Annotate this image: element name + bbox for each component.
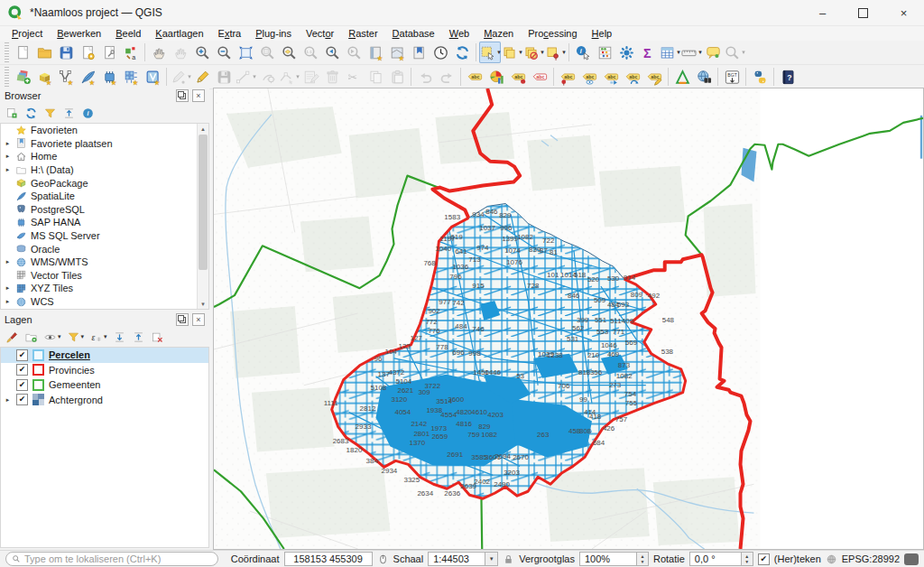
scroll-down-icon[interactable]: ▼: [198, 299, 208, 309]
pan-map-to-selection-button[interactable]: [170, 42, 191, 63]
map-tips-button[interactable]: [702, 42, 724, 63]
pinned-labels-highlight-button[interactable]: abc: [507, 66, 529, 88]
browser-close-button[interactable]: ×: [192, 89, 205, 102]
current-edits-button[interactable]: ▾: [170, 66, 191, 88]
select-features-by-value-button[interactable]: ▾: [501, 42, 522, 63]
temporal-controller-button[interactable]: [430, 42, 451, 63]
zoom-to-native-resolution-button[interactable]: 1:1: [300, 42, 321, 63]
collapse-all-button[interactable]: [62, 107, 76, 120]
browser-item-ms-sql-server[interactable]: MS SQL Server: [1, 229, 208, 243]
deselect-features-button[interactable]: ▾: [522, 42, 544, 63]
expand-icon[interactable]: ▸: [4, 298, 12, 305]
layer-item-provincies[interactable]: ✔Provincies: [1, 363, 208, 378]
zoom-last-button[interactable]: [321, 42, 343, 63]
menu-beeld[interactable]: Beeld: [108, 28, 148, 39]
collapse-all-button[interactable]: [132, 330, 145, 344]
new-project-button[interactable]: [12, 42, 33, 63]
browser-item-wms-wmts[interactable]: ▸WMS/WMTS: [1, 256, 208, 269]
redo-button[interactable]: [436, 66, 457, 88]
style-manager-button[interactable]: a: [120, 42, 142, 63]
magnifier-spinbox[interactable]: 100%: [579, 552, 637, 566]
menu-project[interactable]: Project: [5, 28, 50, 39]
new-mesh-layer-button[interactable]: ★: [98, 66, 120, 88]
close-button[interactable]: ×: [883, 0, 924, 25]
expand-all-button[interactable]: [113, 330, 126, 344]
browser-item-vector-tiles[interactable]: Vector Tiles: [1, 269, 208, 283]
new-geopackage-layer-button[interactable]: ★: [33, 66, 55, 88]
extent-toggle-icon[interactable]: [377, 553, 389, 565]
copy-features-button[interactable]: [365, 66, 386, 88]
minimize-button[interactable]: –: [802, 0, 843, 25]
layer-item-achtergrond[interactable]: ▸✔Achtergrond: [1, 393, 208, 408]
locator-search-input[interactable]: Type om te lokaliseren (Ctrl+K): [5, 552, 218, 566]
magnifier-spin-arrows[interactable]: ▲▼: [637, 552, 649, 566]
layer-item-gemeenten[interactable]: ✔Gemeenten: [1, 377, 208, 393]
add-group-button[interactable]: [24, 330, 38, 344]
rotate-label-button[interactable]: abc: [622, 66, 643, 88]
menu-web[interactable]: Web: [442, 28, 476, 39]
remove-layer-button[interactable]: [151, 330, 164, 344]
browser-item-h-data-[interactable]: ▸H:\ (Data): [1, 163, 208, 177]
browser-item-postgresql[interactable]: PostgreSQL: [1, 203, 208, 217]
pan-map-button[interactable]: [148, 42, 170, 63]
open-project-button[interactable]: [33, 42, 55, 63]
rotation-spin-arrows[interactable]: ▲▼: [742, 552, 753, 566]
menu-help[interactable]: Help: [585, 28, 620, 39]
browser-item-xyz-tiles[interactable]: ▸XYZ Tiles: [1, 282, 208, 295]
toolbar-handle[interactable]: [5, 67, 9, 87]
select-features-button[interactable]: ▾: [479, 42, 501, 63]
move-feature-button[interactable]: [256, 66, 278, 88]
rotation-spinbox[interactable]: 0,0 °: [689, 552, 742, 566]
cut-features-button[interactable]: ✂: [343, 66, 365, 88]
show-statistics-button[interactable]: Σ: [637, 42, 659, 63]
browser-item-home[interactable]: ▸Home: [1, 150, 208, 163]
help-contents-button[interactable]: ?: [777, 66, 799, 88]
layers-close-button[interactable]: ×: [192, 313, 205, 326]
layers-float-button[interactable]: [176, 313, 189, 326]
new-3d-map-view-button[interactable]: ★: [386, 42, 408, 63]
manage-map-themes-button[interactable]: ▾: [43, 330, 61, 344]
toggle-editing-button[interactable]: [191, 66, 213, 88]
filter-by-expression-button[interactable]: ε▾: [89, 330, 107, 344]
zoom-next-button[interactable]: [343, 42, 365, 63]
layer-checkbox[interactable]: ✔: [16, 349, 28, 361]
measure-button[interactable]: ▾: [680, 42, 702, 63]
new-map-view-button[interactable]: ★: [365, 42, 386, 63]
expand-icon[interactable]: ▸: [4, 284, 12, 292]
enable-properties-widget-button[interactable]: i: [81, 107, 95, 120]
new-temporary-scratch-layer-button[interactable]: ★: [142, 66, 163, 88]
vertex-tool-button[interactable]: ▾: [278, 66, 300, 88]
maximize-button[interactable]: [843, 0, 883, 25]
add-feature-button[interactable]: ▾: [235, 66, 256, 88]
move-label-button[interactable]: abc: [600, 66, 622, 88]
expand-icon[interactable]: ▸: [4, 258, 12, 265]
browser-float-button[interactable]: [176, 89, 189, 102]
browser-item-geopackage[interactable]: GeoPackage: [1, 176, 208, 190]
zoom-to-layer-button[interactable]: [278, 42, 300, 63]
menu-kaartlagen[interactable]: Kaartlagen: [148, 28, 210, 39]
metasearch-button[interactable]: [693, 66, 715, 88]
crs-globe-icon[interactable]: [826, 553, 837, 565]
add-selected-layers-button[interactable]: [5, 107, 19, 120]
show-hide-labels-button[interactable]: abc: [578, 66, 600, 88]
layer-item-percelen[interactable]: ✔Percelen: [1, 348, 208, 363]
zoom-to-selection-button[interactable]: [256, 42, 278, 63]
show-spatial-bookmarks-button[interactable]: [408, 42, 430, 63]
new-spatialite-layer-button[interactable]: ★: [77, 66, 98, 88]
filter-legend-button[interactable]: ▾: [67, 330, 85, 344]
browser-item-favoriete-plaatsen[interactable]: ▸Favoriete plaatsen: [1, 137, 208, 151]
modify-attributes-button[interactable]: [300, 66, 321, 88]
pin-unpin-labels-button[interactable]: abc: [557, 66, 578, 88]
map-canvas[interactable]: 1583934846829103799613991082722839878111…: [213, 88, 924, 550]
expand-icon[interactable]: ▸: [4, 396, 12, 404]
magnifier-tool-button[interactable]: ▾: [724, 42, 745, 63]
messages-icon[interactable]: [904, 553, 919, 565]
menu-raster[interactable]: Raster: [341, 28, 384, 39]
browser-item-oracle[interactable]: Oracle: [1, 242, 208, 256]
layer-checkbox[interactable]: ✔: [16, 394, 28, 405]
unplaced-labels-button[interactable]: abc: [529, 66, 550, 88]
select-by-location-button[interactable]: ▾: [544, 42, 566, 63]
undo-button[interactable]: [414, 66, 436, 88]
coordinate-value[interactable]: 158153 455309: [284, 552, 373, 566]
data-source-manager-button[interactable]: [12, 66, 33, 88]
